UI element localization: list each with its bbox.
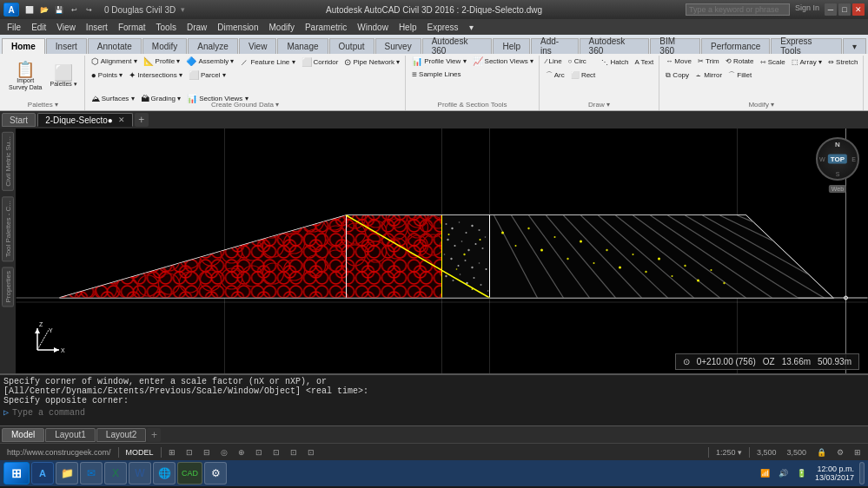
copy-btn[interactable]: ⧉ Copy [663,69,692,82]
dyn-btn[interactable]: ⊡ [252,445,266,459]
polar-btn[interactable]: ◎ [217,445,231,459]
qa-undo[interactable]: ↩ [67,3,81,16]
annotation-scale[interactable]: ⚙ [833,445,847,459]
menu-draw[interactable]: Draw [182,19,212,35]
tab-performance[interactable]: Performance [701,38,770,54]
menu-parametric[interactable]: Parametric [300,19,352,35]
menu-tools[interactable]: Tools [151,19,182,35]
menu-dimension[interactable]: Dimension [212,19,263,35]
tab-modify[interactable]: Modify [142,38,187,54]
corridor-btn[interactable]: ⬜Corridor [299,56,341,69]
tab-annotate[interactable]: Annotate [88,38,142,54]
rotate-btn[interactable]: ⟲ Rotate [723,56,757,68]
mirror-btn[interactable]: ⫠ Mirror [692,69,725,82]
tab-autodesk360[interactable]: Autodesk 360 [422,38,493,54]
ortho-btn[interactable]: ⊟ [200,445,214,459]
draw-hatch-btn[interactable]: ⋱ Hatch [599,56,631,69]
menu-format[interactable]: Format [113,19,151,35]
menu-modify[interactable]: Modify [264,19,300,35]
feature-line-btn[interactable]: ⟋Feature Line ▾ [237,56,297,69]
taskbar-settings[interactable]: ⚙ [204,462,227,485]
taskbar-autocad[interactable]: A [31,462,54,485]
tab-model[interactable]: Model [2,428,44,442]
tab-survey[interactable]: Survey [375,38,421,54]
tab-more[interactable]: ▾ [843,38,866,54]
profile-btn[interactable]: 📐Profile ▾ [141,56,183,68]
points-btn[interactable]: ●Points ▾ [89,69,126,82]
draw-rect-btn[interactable]: ⬜ Rect [568,69,599,82]
panel-properties[interactable]: Properties [2,267,14,307]
section-views2-btn[interactable]: 📈Section Views ▾ [470,56,535,68]
tab-current-doc[interactable]: 2-Dique-Selecto● ✕ [37,113,133,127]
tab-output[interactable]: Output [329,38,374,54]
tab-home[interactable]: Home [2,38,45,54]
systray-volume[interactable]: 🔊 [775,466,792,480]
tab-start[interactable]: Start [2,113,36,127]
draw-line-btn[interactable]: ∕ Line [543,56,565,68]
close-button[interactable]: ✕ [852,3,865,16]
sel-btn[interactable]: ⊡ [304,445,318,459]
taskbar-folder[interactable]: 📁 [56,462,78,485]
workspace-dropdown[interactable]: ▾ [181,5,185,14]
scale-btn[interactable]: ⇿ Scale [758,56,788,69]
tab-layout2[interactable]: Layout2 [96,428,147,442]
import-survey-btn[interactable]: 📋 ImportSurvey Data [5,56,46,97]
palettes-btn[interactable]: ⬜ Palettes ▾ [47,56,81,97]
draw-circle-btn[interactable]: ○ Circ [566,56,589,68]
panel-civil-metric[interactable]: Civil Metric Su... [2,132,14,191]
maximize-button[interactable]: □ [838,3,851,16]
systray-battery[interactable]: 🔋 [793,466,810,480]
start-button[interactable]: ⊞ [3,462,30,485]
layout-tab-add[interactable]: + [147,428,161,442]
draw-arc-btn[interactable]: ⌒ Arc [543,69,567,82]
tab-express[interactable]: Express Tools [771,38,842,54]
show-desktop-btn[interactable] [859,462,865,485]
alignment-btn[interactable]: ⬡Alignment ▾ [89,56,140,68]
tab-bim360[interactable]: BIM 360 [650,38,700,54]
menu-edit[interactable]: Edit [26,19,51,35]
sample-lines-btn[interactable]: ≡Sample Lines [409,69,463,81]
search-input[interactable] [686,3,790,16]
menu-view[interactable]: View [51,19,81,35]
taskbar-outlook[interactable]: ✉ [80,462,103,485]
systray-network[interactable]: 📶 [757,466,773,480]
taskbar-excel[interactable]: X [104,462,127,485]
qa-new[interactable]: ⬜ [23,3,36,16]
sign-in-link[interactable]: Sign In [795,3,819,16]
fillet-btn[interactable]: ⌒ Fillet [726,69,754,82]
menu-more[interactable]: ▾ [464,19,479,35]
pipe-network-btn[interactable]: ⊙Pipe Network ▾ [341,56,401,69]
tab-insert[interactable]: Insert [46,38,87,54]
tab-addins[interactable]: Add-ins [531,38,579,54]
array-btn[interactable]: ⬚ Array ▾ [789,56,825,69]
snap-btn[interactable]: ⊡ [182,445,196,459]
taskbar-word[interactable]: W [129,462,151,485]
trans-btn[interactable]: ⊡ [287,445,301,459]
taskbar-browser[interactable]: 🌐 [153,462,176,485]
menu-help[interactable]: Help [394,19,422,35]
app-icon[interactable]: A [3,3,19,16]
parcel-btn[interactable]: ⬜Parcel ▾ [186,69,229,82]
taskbar-cad2[interactable]: CAD [177,462,202,485]
canvas-area[interactable]: N S E W TOP Web ⊙ 0+210.00 (756) OZ 13.6… [16,129,868,373]
grid-btn[interactable]: ⊞ [165,445,179,459]
profile-view-btn[interactable]: 📊Profile View ▾ [409,56,468,68]
menu-express[interactable]: Express [421,19,463,35]
tab-close-icon[interactable]: ✕ [118,115,125,124]
model-indicator[interactable]: MODEL [123,445,157,459]
lw-btn[interactable]: ⊡ [269,445,283,459]
url-link[interactable]: http://www.construcgeek.com/ [3,445,115,459]
tab-analyze[interactable]: Analyze [188,38,238,54]
tab-help[interactable]: Help [493,38,530,54]
trim-btn[interactable]: ✂ Trim [695,56,722,68]
assembly-btn[interactable]: 🔷Assembly ▾ [183,56,236,68]
draw-text-btn[interactable]: A Text [632,56,655,69]
osnap-btn[interactable]: ⊕ [235,445,248,459]
tab-layout1[interactable]: Layout1 [45,428,96,442]
scale-indicator[interactable]: 1:250 ▾ [712,445,745,459]
tab-add-button[interactable]: + [135,113,149,127]
tab-view[interactable]: View [239,38,277,54]
tab-autodesk360b[interactable]: Autodesk 360 [580,38,650,54]
tab-manage[interactable]: Manage [277,38,328,54]
move-btn[interactable]: ↔ Move [663,56,694,68]
